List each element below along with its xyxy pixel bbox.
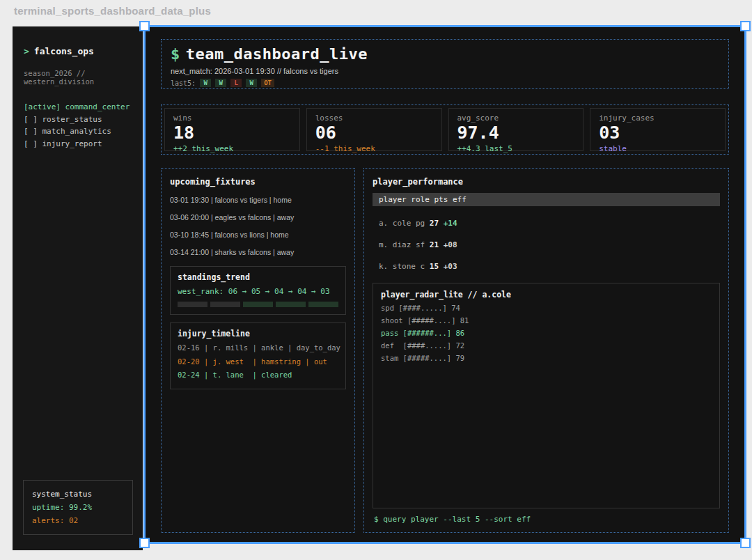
fixture-row: 03-01 19:30 | falcons vs tigers | home xyxy=(170,196,346,204)
player-name: a. cole xyxy=(379,219,411,228)
fixtures-title: upcoming_fixtures xyxy=(170,177,346,187)
player-eff: +14 xyxy=(444,219,457,228)
player-radar-box: player_radar_lite // a.cole spd [####...… xyxy=(373,283,720,508)
player-role: sf xyxy=(416,240,425,249)
radar-row: pass [######...] 86 xyxy=(381,329,712,337)
performance-row: a. cole pg 27 +14 xyxy=(373,219,720,228)
next-match-line: next_match: 2026-03-01 19:30 // falcons … xyxy=(171,67,719,75)
sidebar-title-label: falcons_ops xyxy=(34,46,94,56)
selection-handle-bottom-left[interactable] xyxy=(139,538,150,548)
dashboard-header-panel: $team_dashboard_live next_match: 2026-03… xyxy=(161,39,729,89)
stat-value: 03 xyxy=(599,123,716,143)
radar-row: def [####.....] 72 xyxy=(381,341,712,350)
last5-badge-3: L xyxy=(230,79,242,87)
system-status-title: system_status xyxy=(32,488,124,501)
dashboard-frame[interactable]: $team_dashboard_live next_match: 2026-03… xyxy=(143,25,746,544)
stat-card-injury-cases: injury_cases 03 stable xyxy=(590,108,726,151)
performance-table-header: player role pts eff xyxy=(373,193,720,206)
fixture-row: 03-10 18:45 | falcons vs lions | home xyxy=(170,231,346,239)
stat-value: 97.4 xyxy=(457,123,575,143)
player-eff: +08 xyxy=(444,240,457,249)
stat-card-avg-score: avg_score 97.4 ++4.3 last_5 xyxy=(448,108,584,151)
player-performance-panel: player_performance player role pts eff a… xyxy=(363,168,729,533)
injury-row: 02-20 | j. west | hamstring | out xyxy=(178,355,338,369)
stat-label: avg_score xyxy=(457,114,575,123)
last5-badge-4: W xyxy=(246,79,257,87)
trend-bar xyxy=(308,302,338,307)
selection-handle-top-left[interactable] xyxy=(139,21,150,31)
sidebar: >falcons_ops season_2026 // western_divi… xyxy=(13,26,143,550)
performance-row: m. diaz sf 21 +08 xyxy=(373,240,720,249)
stat-label: injury_cases xyxy=(599,114,716,123)
player-eff: +03 xyxy=(444,262,457,271)
player-role: c xyxy=(421,262,425,271)
standings-trend-title: standings_trend xyxy=(178,272,338,282)
last5-badge-5: OT xyxy=(261,79,274,87)
radar-row: stam [#####....] 79 xyxy=(381,354,712,362)
stat-label: wins xyxy=(173,114,291,123)
stat-card-losses: losses 06 --1 this_week xyxy=(306,108,442,151)
trend-bar xyxy=(243,302,273,307)
stats-row: wins 18 ++2 this_week losses 06 --1 this… xyxy=(161,104,729,155)
system-status-alerts: alerts: 02 xyxy=(32,514,124,527)
sidebar-item-roster-status[interactable]: [ ] roster_status xyxy=(24,114,132,126)
radar-row: shoot [#####....] 81 xyxy=(381,316,712,325)
trend-bar xyxy=(276,302,306,307)
selection-handle-top-right[interactable] xyxy=(740,21,751,31)
last5-badge-2: W xyxy=(215,79,226,87)
player-pts: 15 xyxy=(430,262,439,271)
player-performance-title: player_performance xyxy=(373,177,720,187)
trend-bar xyxy=(210,302,240,307)
stat-card-wins: wins 18 ++2 this_week xyxy=(164,108,300,151)
system-status-uptime: uptime: 99.2% xyxy=(32,501,124,514)
dollar-prompt-icon: $ xyxy=(171,45,180,63)
stat-delta: ++2 this_week xyxy=(173,144,291,153)
query-command-line: $ query player --last 5 --sort eff xyxy=(373,515,720,524)
injury-timeline-title: injury_timeline xyxy=(178,329,338,339)
stat-delta: ++4.3 last_5 xyxy=(457,144,575,153)
sidebar-item-command-center[interactable]: [active] command_center xyxy=(24,101,132,114)
trend-bars xyxy=(178,302,338,307)
sidebar-menu: [active] command_center [ ] roster_statu… xyxy=(13,86,143,150)
fixture-row: 03-14 21:00 | sharks vs falcons | away xyxy=(170,248,346,256)
sidebar-subtitle: season_2026 // western_division xyxy=(13,56,143,86)
last5-row: last5: W W L W OT xyxy=(171,79,719,87)
player-pts: 21 xyxy=(430,240,439,249)
stat-label: losses xyxy=(315,114,433,123)
stat-value: 18 xyxy=(173,123,291,143)
player-name: k. stone xyxy=(379,262,416,271)
fixture-row: 03-06 20:00 | eagles vs falcons | away xyxy=(170,213,346,221)
radar-row: spd [####.....] 74 xyxy=(381,304,712,312)
stat-delta: --1 this_week xyxy=(315,144,433,153)
injury-row: 02-24 | t. lane | cleared xyxy=(178,368,338,382)
standings-trend-box: standings_trend west_rank: 06 → 05 → 04 … xyxy=(170,266,346,315)
canvas-title: terminal_sports_dashboard_data_plus xyxy=(14,5,211,17)
stat-delta: stable xyxy=(599,144,716,153)
sidebar-item-injury-report[interactable]: [ ] injury_report xyxy=(24,138,132,150)
injury-row: 02-16 | r. mills | ankle | day_to_day xyxy=(178,341,338,355)
player-pts: 27 xyxy=(430,219,439,228)
system-status-box: system_status uptime: 99.2% alerts: 02 xyxy=(23,480,133,535)
performance-row: k. stone c 15 +03 xyxy=(373,262,720,271)
sidebar-item-match-analytics[interactable]: [ ] match_analytics xyxy=(24,125,132,138)
dashboard-title: $team_dashboard_live xyxy=(171,45,719,63)
trend-bar xyxy=(178,302,207,307)
player-radar-title: player_radar_lite // a.cole xyxy=(381,290,712,300)
west-rank-line: west_rank: 06 → 05 → 04 → 04 → 03 xyxy=(178,287,338,296)
fixtures-panel: upcoming_fixtures 03-01 19:30 | falcons … xyxy=(161,168,355,533)
player-role: pg xyxy=(416,219,425,228)
last5-label: last5: xyxy=(171,79,196,87)
selection-handle-bottom-right[interactable] xyxy=(740,538,751,548)
prompt-icon: > xyxy=(24,46,29,56)
player-name: m. diaz xyxy=(379,240,411,249)
stat-value: 06 xyxy=(315,123,433,143)
dashboard-title-label: team_dashboard_live xyxy=(186,45,368,63)
sidebar-title: >falcons_ops xyxy=(13,26,143,56)
last5-badge-1: W xyxy=(200,79,211,87)
injury-timeline-box: injury_timeline 02-16 | r. mills | ankle… xyxy=(170,322,346,389)
